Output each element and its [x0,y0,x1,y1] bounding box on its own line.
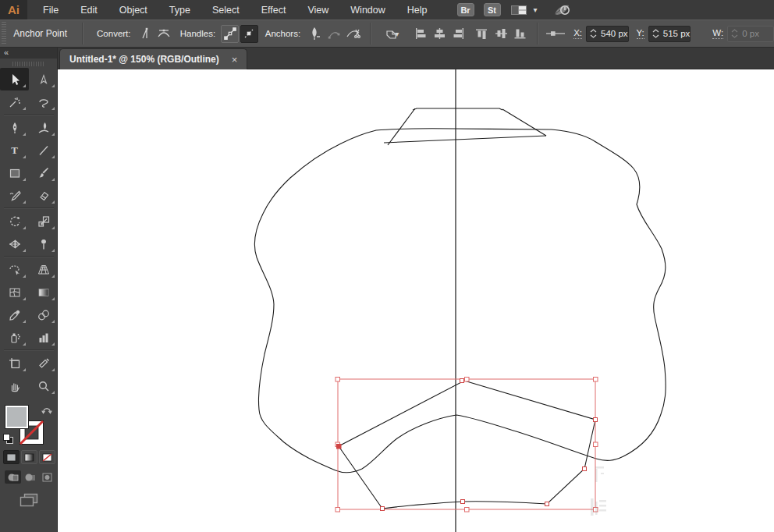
default-fill-stroke-icon[interactable] [3,433,13,447]
app-logo: Ai [0,0,27,20]
tool-slice[interactable] [29,352,58,374]
y-label[interactable]: Y: [637,28,644,39]
type-tool-glyph: T [11,144,18,157]
x-value[interactable]: 540 px [601,29,628,38]
separator [82,23,83,44]
tool-symbol-sprayer[interactable] [0,326,29,349]
tool-zoom[interactable] [29,374,58,397]
draw-behind-mode-button[interactable] [22,470,38,484]
w-value: 0 px [742,29,759,38]
w-label[interactable]: W: [712,28,723,39]
remove-anchor-pen-button[interactable] [306,25,324,43]
tool-rectangle[interactable] [0,161,29,184]
hat-outline[interactable] [384,108,546,145]
color-mode-button[interactable] [3,450,20,464]
selected-collar-path[interactable] [339,381,595,509]
head-outline-path[interactable] [254,129,666,473]
gpu-performance-rocket-icon[interactable] [553,3,572,17]
tool-selection[interactable] [0,68,29,90]
y-stepper[interactable] [649,29,660,38]
tool-gradient[interactable] [29,281,58,303]
tool-column-graph[interactable] [29,326,58,349]
x-stepper[interactable] [587,29,598,38]
menu-edit[interactable]: Edit [69,0,108,20]
cut-path-button[interactable] [344,25,362,43]
tool-pen[interactable] [0,116,29,139]
tool-magic-wand[interactable] [0,90,29,113]
tool-rotate[interactable] [0,210,29,232]
align-horizontal-center-button[interactable] [431,25,449,43]
tool-direct-selection[interactable] [29,68,58,90]
fill-swatch[interactable] [5,405,29,429]
tool-curvature[interactable] [29,116,58,139]
x-label[interactable]: X: [573,28,582,39]
collapse-panel-icon[interactable]: « [4,48,9,57]
tool-blend[interactable] [29,303,58,326]
swap-fill-stroke-icon[interactable] [41,404,53,418]
connect-anchors-button[interactable] [325,25,343,43]
control-bar-grip[interactable] [2,22,6,45]
show-handles-button[interactable] [221,25,239,43]
artboard-canvas[interactable] [58,69,774,532]
tool-shape-builder[interactable] [0,258,29,281]
tool-paintbrush[interactable] [29,161,58,184]
watermark [591,466,606,516]
align-vertical-top-button[interactable] [473,25,491,43]
menu-effect[interactable]: Effect [250,0,297,20]
menu-select[interactable]: Select [201,0,250,20]
align-vertical-center-button[interactable] [492,25,510,43]
tool-hand[interactable] [0,374,29,397]
convert-to-smooth-button[interactable] [155,25,173,43]
hide-handles-button[interactable] [240,25,258,43]
menu-view[interactable]: View [296,0,339,20]
convert-label: Convert: [97,29,130,38]
handles-label: Handles: [180,29,215,38]
chevron-down-icon: ▾ [395,30,399,38]
menu-object[interactable]: Object [108,0,158,20]
screen-mode-button[interactable] [17,491,41,509]
tool-line-segment[interactable] [29,139,58,161]
tool-shaper-pencil[interactable] [0,184,29,207]
tool-type[interactable]: T [0,139,29,161]
align-horizontal-right-button[interactable] [450,25,468,43]
y-value[interactable]: 515 px [663,29,691,38]
gradient-mode-button[interactable] [21,450,37,464]
menu-type[interactable]: Type [158,0,201,20]
menu-help[interactable]: Help [396,0,438,20]
document-tab-bar: Untitled-1* @ 150% (RGB/Outline) × [58,48,774,69]
tools-panel-header: « [0,48,57,59]
path-anchor-points[interactable] [381,379,598,511]
tool-lasso[interactable] [29,90,58,113]
tab-close-icon[interactable]: × [232,55,238,65]
convert-to-corner-button[interactable] [137,25,154,43]
tool-scale[interactable] [29,210,58,232]
none-mode-button[interactable] [39,450,55,464]
y-input[interactable]: 515 px [648,26,691,42]
workspace-switcher-icon[interactable] [510,5,527,16]
tool-perspective-grid[interactable] [29,258,58,281]
tools-panel-grip[interactable] [12,62,45,66]
tool-eraser[interactable] [29,184,58,207]
document-tab-title: Untitled-1* @ 150% (RGB/Outline) [69,54,219,65]
draw-inside-mode-button[interactable] [39,470,55,484]
align-horizontal-left-button[interactable] [411,25,429,43]
menu-file[interactable]: File [32,0,69,20]
tool-free-transform[interactable] [29,232,58,255]
x-input[interactable]: 540 px [586,26,629,42]
tool-group-divider [4,114,54,115]
align-to-selection-dropdown[interactable]: ▾ [379,25,405,43]
document-tab[interactable]: Untitled-1* @ 150% (RGB/Outline) × [59,48,247,69]
selected-anchor-point[interactable] [337,445,342,449]
align-vertical-bottom-button[interactable] [512,25,530,43]
tool-artboard[interactable] [0,352,29,374]
tool-mesh[interactable] [0,281,29,303]
workspace-chevron-down-icon[interactable]: ▾ [534,5,538,14]
tool-eyedropper[interactable] [0,303,29,326]
graphic-styles-panel-button[interactable]: St [484,3,501,16]
draw-normal-mode-button[interactable] [5,470,21,484]
selection-handles[interactable] [336,378,598,512]
brushes-panel-button[interactable]: Br [457,3,474,16]
selection-bounding-box[interactable] [338,379,595,509]
tool-width[interactable] [0,232,29,255]
menu-window[interactable]: Window [339,0,396,20]
